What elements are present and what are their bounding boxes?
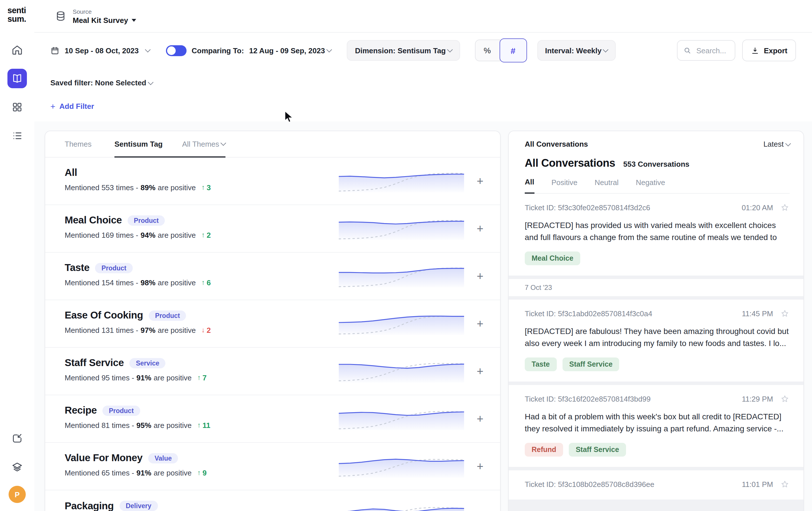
home-icon <box>11 44 23 56</box>
expand-theme-button[interactable]: + <box>473 316 488 331</box>
theme-title[interactable]: Value For Money <box>65 452 143 464</box>
conversation-card[interactable]: Ticket ID: 5f3c16f202e8570814f3bd9911:29… <box>509 385 804 467</box>
delta-value: 7 <box>203 373 207 382</box>
theme-title[interactable]: Taste <box>65 262 90 274</box>
delta-value: 9 <box>203 468 207 477</box>
saved-filter-dropdown[interactable]: Saved filter: None Selected <box>50 79 152 87</box>
theme-info: AllMentioned 553 times -89%are positive↑… <box>65 167 337 195</box>
trend-sparkline <box>337 311 466 337</box>
timestamp: 11:45 PM <box>742 310 773 318</box>
expand-theme-button[interactable]: + <box>473 269 488 284</box>
theme-row: PackagingDelivery+ <box>45 490 500 511</box>
search-box[interactable] <box>677 40 735 61</box>
sentiment-tag[interactable]: Taste <box>525 357 556 371</box>
count-mode-button[interactable]: # <box>499 38 527 62</box>
ticket-id: Ticket ID: 5f3c1abd02e8570814f3c0a4 <box>525 310 652 318</box>
theme-title[interactable]: All <box>65 167 77 179</box>
timestamp: 11:01 PM <box>742 480 773 489</box>
compare-toggle[interactable] <box>166 45 186 56</box>
user-avatar[interactable]: P <box>8 486 26 503</box>
list-icon <box>11 130 23 141</box>
interval-dropdown[interactable]: Interval: Weekly <box>537 40 616 61</box>
sidebar-item-import[interactable] <box>7 429 27 448</box>
conversation-card[interactable]: Ticket ID: 5f3c1abd02e8570814f3c0a411:45… <box>509 300 804 381</box>
sentiment-tag[interactable]: Refund <box>525 443 563 457</box>
theme-mentions: Mentioned 553 times -89%are positive↑3 <box>65 183 337 192</box>
compare-range-picker[interactable]: 12 Aug - 09 Sep, 2023 <box>249 46 331 55</box>
caret-down-icon <box>132 19 136 22</box>
export-button[interactable]: Export <box>742 39 796 61</box>
mentions-text: Mentioned 169 times - <box>65 231 138 239</box>
themes-panel: Themes Sentisum Tag All Themes AllMentio… <box>45 131 501 511</box>
app-root: senti sum. P <box>0 0 812 511</box>
expand-theme-button[interactable]: + <box>473 364 488 379</box>
add-filter-button[interactable]: + Add Filter <box>50 102 94 111</box>
source-selector[interactable]: Source Meal Kit Survey <box>55 8 136 24</box>
theme-title[interactable]: Meal Choice <box>65 214 122 226</box>
theme-title[interactable]: Recipe <box>65 404 97 416</box>
favorite-button[interactable] <box>780 480 790 489</box>
book-open-icon <box>11 73 23 84</box>
expand-theme-button[interactable]: + <box>473 411 488 426</box>
tab-all[interactable]: All <box>525 178 534 194</box>
delta-indicator: ↓2 <box>201 326 210 334</box>
ticket-id: Ticket ID: 5f3c30fe02e8570814f3d2c6 <box>525 204 650 212</box>
theme-title-line: PackagingDelivery <box>65 500 337 511</box>
theme-title-line: TasteProduct <box>65 262 337 274</box>
positive-suffix: are positive <box>154 421 192 429</box>
compare-group: Comparing To: 12 Aug - 09 Sep, 2023 <box>166 45 331 56</box>
source-label: Source <box>73 8 136 15</box>
tab-positive[interactable]: Positive <box>551 178 577 193</box>
search-input[interactable] <box>695 46 731 55</box>
tab-themes[interactable]: Themes <box>65 131 92 157</box>
theme-mentions: Mentioned 169 times -94%are positive↑2 <box>65 230 337 239</box>
positive-percent: 95% <box>137 421 151 429</box>
tab-neutral[interactable]: Neutral <box>594 178 618 193</box>
trend-up-icon: ↑ <box>197 374 201 381</box>
layers-icon <box>11 461 23 473</box>
tab-sentisum-tag[interactable]: Sentisum Tag <box>114 131 163 156</box>
sentiment-tag[interactable]: Staff Service <box>569 443 626 457</box>
theme-mentions: Mentioned 154 times -98%are positive↑6 <box>65 278 337 287</box>
chevron-down-icon <box>447 47 452 52</box>
favorite-button[interactable] <box>780 203 790 213</box>
expand-theme-button[interactable]: + <box>473 459 488 474</box>
source-value[interactable]: Meal Kit Survey <box>73 16 136 24</box>
sentiment-tag[interactable]: Meal Choice <box>525 251 580 265</box>
positive-suffix: are positive <box>158 326 196 334</box>
trend-sparkline <box>337 168 466 194</box>
expand-theme-button[interactable]: + <box>473 221 488 236</box>
theme-title-line: Meal ChoiceProduct <box>65 214 337 226</box>
conversation-card[interactable]: Ticket ID: 5f3c30fe02e8570814f3d2c601:20… <box>509 194 804 275</box>
sidebar-item-sources[interactable] <box>7 457 27 477</box>
tab-negative[interactable]: Negative <box>636 178 665 193</box>
favorite-button[interactable] <box>780 309 790 319</box>
delta-value: 2 <box>207 231 210 239</box>
date-divider: 7 Oct '23 <box>509 279 804 296</box>
dimension-dropdown[interactable]: Dimension: Sentisum Tag <box>347 40 460 61</box>
sidebar-item-home[interactable] <box>7 40 27 60</box>
positive-percent: 98% <box>141 278 155 287</box>
percent-mode-button[interactable]: % <box>475 39 500 61</box>
star-icon <box>780 309 790 319</box>
sidebar-item-dashboards[interactable] <box>7 98 27 117</box>
expand-theme-button[interactable]: + <box>473 507 488 511</box>
sort-dropdown[interactable]: Latest <box>763 140 790 149</box>
sidebar-item-reports[interactable] <box>7 126 27 145</box>
favorite-button[interactable] <box>780 394 790 404</box>
theme-title[interactable]: Packaging <box>65 500 114 511</box>
tab-all-themes-dropdown[interactable]: All Themes <box>182 131 226 156</box>
theme-title-line: Value For MoneyValue <box>65 452 337 464</box>
theme-title[interactable]: Ease Of Cooking <box>65 310 143 321</box>
theme-row: Ease Of CookingProductMentioned 131 time… <box>45 300 500 348</box>
theme-title[interactable]: Staff Service <box>65 357 124 369</box>
positive-suffix: are positive <box>158 231 196 239</box>
conversations-header: All Conversations Latest All Conversatio… <box>509 131 804 194</box>
date-range-picker[interactable]: 10 Sep - 08 Oct, 2023 <box>50 46 150 55</box>
conversation-meta: Ticket ID: 5f3c30fe02e8570814f3d2c601:20… <box>525 203 790 213</box>
sidebar-item-discover[interactable] <box>7 69 27 88</box>
conversation-card[interactable]: Ticket ID: 5f3c108b02e85708c8d396ee11:01… <box>509 470 804 500</box>
expand-theme-button[interactable]: + <box>473 173 488 188</box>
sentiment-tag[interactable]: Staff Service <box>562 357 619 371</box>
trend-sparkline <box>337 263 466 289</box>
